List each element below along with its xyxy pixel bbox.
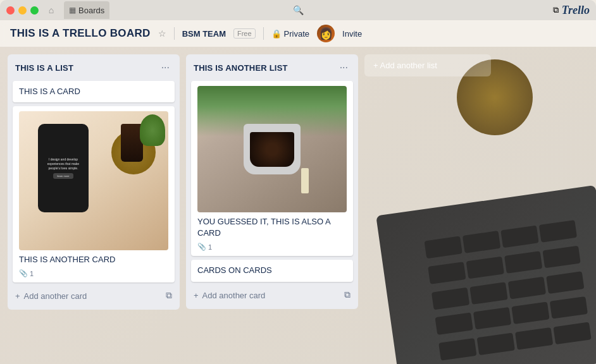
key <box>435 313 473 336</box>
attachment-badge: 📎 1 <box>19 269 34 277</box>
phone-screen-text: I design and develop experiences that ma… <box>43 157 84 171</box>
key <box>550 296 588 319</box>
list-2-template-button[interactable]: ⧉ <box>342 287 353 303</box>
card-2-title: THIS IS ANOTHER CARD <box>19 254 168 265</box>
board-background: THIS IS A LIST ··· THIS IS A CARD I desi… <box>0 47 596 364</box>
candle-decoration <box>301 168 309 193</box>
plus-icon: + <box>15 291 20 301</box>
list-2: THIS IS ANOTHER LIST ··· YOU GUESSED IT,… <box>186 54 358 309</box>
minimize-button[interactable] <box>18 6 27 15</box>
phone-cta-btn: learn more <box>53 173 73 179</box>
key <box>542 245 580 268</box>
card-3-image <box>197 86 347 212</box>
paperclip-icon-2: 📎 <box>197 243 206 251</box>
team-name: BSM TEAM <box>182 29 226 39</box>
succulent-decoration <box>140 114 165 146</box>
list-2-add-card-label: Add another card <box>202 291 266 300</box>
card-1[interactable]: THIS IS A CARD <box>13 81 175 102</box>
add-list-label: + Add another list <box>373 61 437 70</box>
lists-container: THIS IS A LIST ··· THIS IS A CARD I desi… <box>8 54 491 310</box>
list-1-add-card-row: + Add another card ⧉ <box>13 286 175 305</box>
star-button[interactable]: ☆ <box>158 28 166 39</box>
card-3-attachment-badge: 📎 1 <box>197 243 212 251</box>
privacy-badge[interactable]: 🔒 Private <box>271 29 309 39</box>
trello-logo: Trello <box>562 4 590 17</box>
key <box>539 220 577 243</box>
card-4-title: CARDS ON CARDS <box>197 265 347 276</box>
close-button[interactable] <box>6 6 15 15</box>
key <box>553 322 591 345</box>
list-1-template-button[interactable]: ⧉ <box>163 288 175 303</box>
avatar[interactable]: 👩 <box>317 25 335 42</box>
board-header: THIS IS A TRELLO BOARD ☆ BSM TEAM Free 🔒… <box>0 20 596 47</box>
key <box>473 307 511 330</box>
card-2-image: I design and develop experiences that ma… <box>19 111 168 250</box>
list-1-header: THIS IS A LIST ··· <box>13 59 175 76</box>
list-2-header: THIS IS ANOTHER LIST ··· <box>191 59 353 76</box>
key <box>515 327 553 350</box>
list-2-title: THIS IS ANOTHER LIST <box>194 63 288 73</box>
header-divider <box>174 27 175 40</box>
privacy-label: Private <box>284 29 309 39</box>
phone-mockup: I design and develop experiences that ma… <box>38 124 89 212</box>
key <box>500 226 538 248</box>
coffee-surface <box>250 132 294 167</box>
tab-label: Boards <box>78 6 104 15</box>
card-2-footer: 📎 1 <box>19 269 168 277</box>
plus-icon-2: + <box>194 291 199 300</box>
card-4[interactable]: CARDS ON CARDS <box>191 260 353 281</box>
key <box>504 251 542 274</box>
key <box>477 333 515 356</box>
add-list-button[interactable]: + Add another list <box>364 54 491 76</box>
key <box>438 338 476 361</box>
add-card-label: Add another card <box>24 291 87 301</box>
chrome-center: 🔍 <box>289 1 307 19</box>
window-chrome: ⌂ ▦ Boards 🔍 ⧉ Trello <box>0 0 596 20</box>
tab-icon: ▦ <box>69 6 76 15</box>
list-1: THIS IS A LIST ··· THIS IS A CARD I desi… <box>8 54 180 310</box>
list-2-add-card-row: + Add another card ⧉ <box>191 286 353 304</box>
card-3-footer: 📎 1 <box>197 243 347 251</box>
list-1-menu-button[interactable]: ··· <box>159 61 172 75</box>
key <box>511 302 549 325</box>
trello-logo-icon: ⧉ <box>553 5 559 15</box>
attachment-count: 1 <box>30 270 34 277</box>
card-3[interactable]: YOU GUESSED IT, THIS IS ALSO A CARD 📎 1 <box>191 81 353 256</box>
header-divider-2 <box>263 27 264 40</box>
list-2-add-card-button[interactable]: + Add another card <box>191 287 342 304</box>
lock-icon: 🔒 <box>271 29 282 39</box>
list-1-add-card-button[interactable]: + Add another card <box>13 288 163 305</box>
key <box>508 276 546 299</box>
coffee-cup <box>244 124 301 174</box>
list-1-title: THIS IS A LIST <box>15 63 73 73</box>
list-2-menu-button[interactable]: ··· <box>337 61 351 75</box>
board-title: THIS IS A TRELLO BOARD <box>10 27 151 40</box>
search-button[interactable]: 🔍 <box>289 1 307 19</box>
card-3-title: YOU GUESSED IT, THIS IS ALSO A CARD <box>197 216 347 239</box>
invite-button[interactable]: Invite <box>342 29 362 39</box>
card-1-title: THIS IS A CARD <box>19 86 168 97</box>
home-icon[interactable]: ⌂ <box>42 1 60 19</box>
browser-tab[interactable]: ▦ Boards <box>64 1 109 19</box>
key <box>546 271 584 294</box>
free-badge: Free <box>233 28 256 39</box>
maximize-button[interactable] <box>30 6 39 15</box>
paperclip-icon: 📎 <box>19 269 28 277</box>
card-3-attachment-count: 1 <box>208 243 212 251</box>
card-2[interactable]: I design and develop experiences that ma… <box>13 106 175 282</box>
